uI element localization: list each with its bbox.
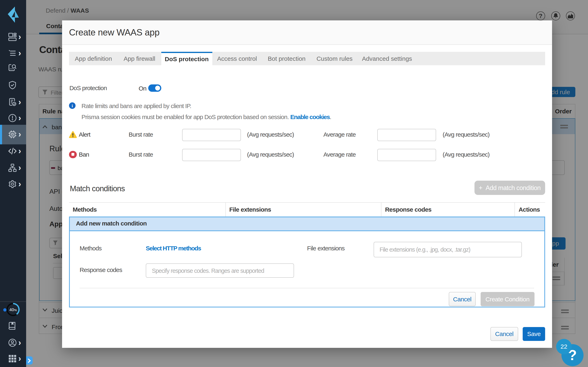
svg-text:40%: 40%	[9, 307, 17, 312]
